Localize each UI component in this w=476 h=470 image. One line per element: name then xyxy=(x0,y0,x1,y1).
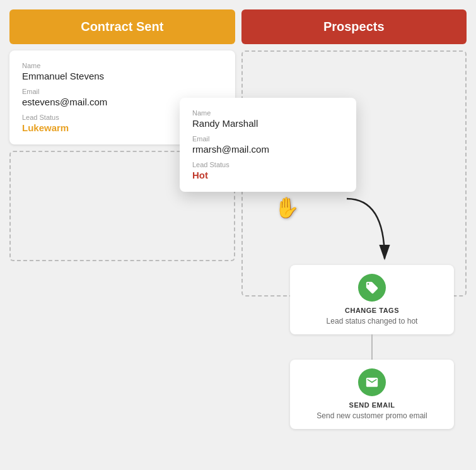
send-email-title: SEND EMAIL xyxy=(303,401,441,409)
grab-cursor-icon: ✋ xyxy=(274,196,299,220)
lead-value-2: Hot xyxy=(192,170,344,180)
change-tags-box: CHANGE TAGS Lead status changed to hot xyxy=(290,265,454,334)
change-tags-icon xyxy=(358,274,386,302)
contract-sent-header: Contract Sent xyxy=(9,9,235,44)
name-label-2: Name xyxy=(192,109,344,117)
change-tags-title: CHANGE TAGS xyxy=(303,307,441,314)
contract-sent-zone[interactable]: Name Emmanuel Stevens Email estevens@mai… xyxy=(9,50,235,347)
change-tags-desc: Lead status changed to hot xyxy=(303,317,441,326)
randy-card[interactable]: Name Randy Marshall Email rmarsh@mail.co… xyxy=(180,98,356,192)
prospects-label: Prospects xyxy=(323,20,385,33)
main-container: Contract Sent Prospects Name Emmanuel St… xyxy=(0,0,476,470)
connector-line xyxy=(371,334,373,360)
email-value-2: rmarsh@mail.com xyxy=(192,144,344,155)
send-email-box: SEND EMAIL Send new customer promo email xyxy=(290,360,454,429)
lead-label-2: Lead Status xyxy=(192,161,344,168)
action-boxes: CHANGE TAGS Lead status changed to hot S… xyxy=(290,265,454,429)
contract-sent-label: Contract Sent xyxy=(81,20,163,33)
name-label-1: Name xyxy=(22,62,223,69)
drag-arrow xyxy=(334,196,410,265)
send-email-desc: Send new customer promo email xyxy=(303,411,441,420)
send-email-icon xyxy=(358,368,386,396)
columns-row: Contract Sent Prospects xyxy=(0,0,476,44)
email-label-2: Email xyxy=(192,135,344,143)
email-label-1: Email xyxy=(22,88,223,95)
name-value-1: Emmanuel Stevens xyxy=(22,71,223,81)
prospects-header: Prospects xyxy=(241,9,467,44)
name-value-2: Randy Marshall xyxy=(192,118,344,129)
